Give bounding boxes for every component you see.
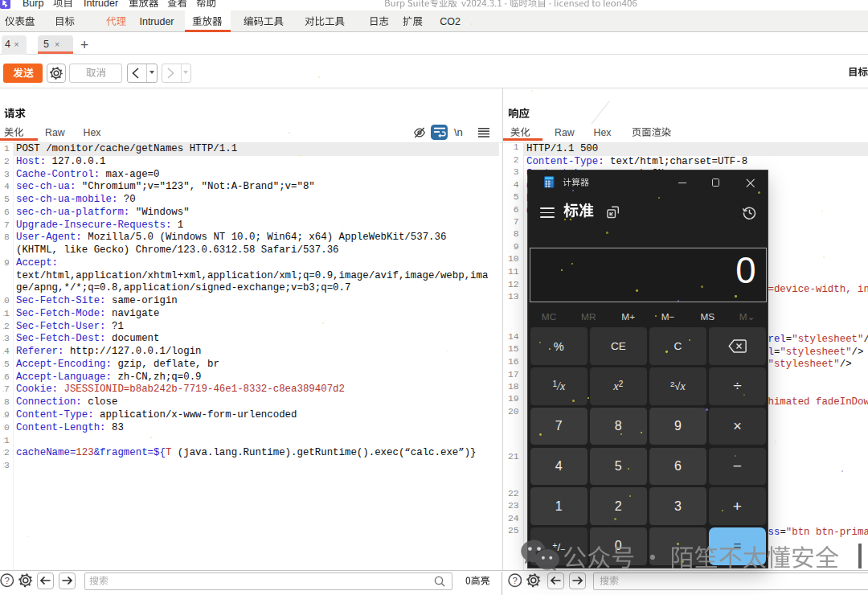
svg-text:?: ? [5,576,10,585]
svg-text:?: ? [512,576,517,585]
